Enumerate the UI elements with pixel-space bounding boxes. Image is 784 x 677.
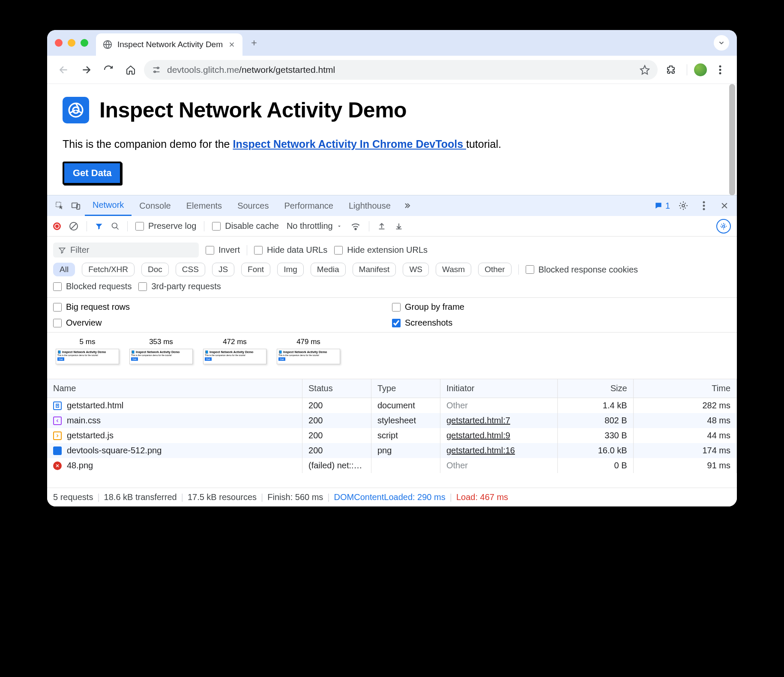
new-tab-button[interactable] xyxy=(248,37,260,48)
throttling-select[interactable]: No throttling xyxy=(287,221,342,231)
search-icon[interactable] xyxy=(111,222,120,231)
screenshot-thumbnail[interactable]: 479 ms📘 Inspect Network Activity DemoThi… xyxy=(277,338,340,364)
screenshot-thumbnail[interactable]: 353 ms📘 Inspect Network Activity DemoThi… xyxy=(129,338,193,364)
column-time[interactable]: Time xyxy=(633,379,736,398)
third-party-checkbox[interactable]: 3rd-party requests xyxy=(138,282,221,291)
filter-chip-ws[interactable]: WS xyxy=(403,263,429,276)
maximize-window-button[interactable] xyxy=(81,39,88,47)
tab-search-button[interactable] xyxy=(714,35,729,51)
svg-point-12 xyxy=(703,201,705,204)
hide-data-urls-checkbox[interactable]: Hide data URLs xyxy=(254,245,327,255)
filter-chip-doc[interactable]: Doc xyxy=(141,263,169,276)
extensions-button[interactable] xyxy=(662,61,680,79)
hide-extension-urls-checkbox[interactable]: Hide extension URLs xyxy=(334,245,428,255)
column-initiator[interactable]: Initiator xyxy=(440,379,557,398)
filter-chip-manifest[interactable]: Manifest xyxy=(353,263,396,276)
record-button[interactable] xyxy=(53,222,61,230)
more-tabs-icon[interactable] xyxy=(400,198,415,213)
filter-chip-fetchxhr[interactable]: Fetch/XHR xyxy=(82,263,135,276)
request-row[interactable]: getstarted.js200scriptgetstarted.html:93… xyxy=(47,428,737,443)
filter-chip-all[interactable]: All xyxy=(53,263,75,276)
site-info-icon[interactable] xyxy=(152,65,161,75)
close-devtools-icon[interactable] xyxy=(717,198,732,213)
page-description: This is the companion demo for the Inspe… xyxy=(63,138,721,150)
invert-checkbox[interactable]: Invert xyxy=(206,245,240,255)
device-mode-icon[interactable] xyxy=(69,198,83,213)
status-finish: Finish: 560 ms xyxy=(267,492,323,502)
browser-tab[interactable]: Inspect Network Activity Dem xyxy=(96,33,242,56)
filter-chip-js[interactable]: JS xyxy=(212,263,234,276)
close-tab-icon[interactable] xyxy=(228,41,236,48)
svg-point-4 xyxy=(719,69,721,71)
filter-chip-other[interactable]: Other xyxy=(478,263,512,276)
chrome-menu-button[interactable] xyxy=(711,61,729,79)
column-status[interactable]: Status xyxy=(302,379,371,398)
page-content: Inspect Network Activity Demo This is th… xyxy=(47,84,737,195)
home-button[interactable] xyxy=(122,61,140,79)
settings-icon[interactable] xyxy=(676,198,691,213)
tutorial-link[interactable]: Inspect Network Activity In Chrome DevTo… xyxy=(233,138,466,150)
import-har-icon[interactable] xyxy=(394,222,404,231)
screenshot-thumbnail[interactable]: 5 ms📘 Inspect Network Activity DemoThis … xyxy=(56,338,119,364)
screenshots-checkbox[interactable]: Screenshots xyxy=(392,318,731,328)
network-status-bar: 5 requests| 18.6 kB transferred| 17.5 kB… xyxy=(47,488,737,506)
svg-point-11 xyxy=(682,204,685,207)
svg-point-1 xyxy=(157,67,159,69)
svg-point-2 xyxy=(154,71,156,72)
reload-button[interactable] xyxy=(99,61,117,79)
devtools-tab-performance[interactable]: Performance xyxy=(277,195,341,216)
column-type[interactable]: Type xyxy=(371,379,440,398)
devtools-tab-console[interactable]: Console xyxy=(132,195,178,216)
disable-cache-checkbox[interactable]: Disable cache xyxy=(212,221,279,231)
devtools-tab-sources[interactable]: Sources xyxy=(230,195,276,216)
close-window-button[interactable] xyxy=(55,39,63,47)
devtools-tabbar: NetworkConsoleElementsSourcesPerformance… xyxy=(47,195,737,216)
inspect-element-icon[interactable] xyxy=(52,198,67,213)
issues-button[interactable]: 1 xyxy=(654,201,670,211)
clear-button[interactable] xyxy=(69,221,79,231)
bookmark-icon[interactable] xyxy=(640,65,650,75)
window-controls xyxy=(55,39,96,47)
devtools-tab-elements[interactable]: Elements xyxy=(179,195,230,216)
filter-chip-media[interactable]: Media xyxy=(311,263,346,276)
forward-button[interactable] xyxy=(77,61,95,79)
request-row[interactable]: main.css200stylesheetgetstarted.html:780… xyxy=(47,413,737,428)
network-settings-icon[interactable] xyxy=(716,219,731,234)
devtools-panel: NetworkConsoleElementsSourcesPerformance… xyxy=(47,195,737,506)
screenshot-thumbnail[interactable]: 472 ms📘 Inspect Network Activity DemoThi… xyxy=(203,338,266,364)
get-data-button[interactable]: Get Data xyxy=(63,162,122,185)
page-logo xyxy=(63,97,89,123)
overview-checkbox[interactable]: Overview xyxy=(53,318,392,328)
content-scrollbar[interactable] xyxy=(729,84,735,195)
profile-avatar[interactable] xyxy=(694,63,707,76)
big-rows-checkbox[interactable]: Big request rows xyxy=(53,302,392,312)
svg-point-14 xyxy=(703,208,705,210)
request-row[interactable]: devtools-square-512.png200pnggetstarted.… xyxy=(47,443,737,458)
blocked-requests-checkbox[interactable]: Blocked requests xyxy=(53,282,132,291)
back-button[interactable] xyxy=(55,61,73,79)
column-size[interactable]: Size xyxy=(557,379,633,398)
filter-chip-wasm[interactable]: Wasm xyxy=(436,263,471,276)
group-by-frame-checkbox[interactable]: Group by frame xyxy=(392,302,731,312)
address-bar[interactable]: devtools.glitch.me/network/getstarted.ht… xyxy=(144,60,658,80)
filter-icon[interactable] xyxy=(95,222,103,231)
minimize-window-button[interactable] xyxy=(68,39,75,47)
status-resources: 17.5 kB resources xyxy=(188,492,257,502)
browser-toolbar: devtools.glitch.me/network/getstarted.ht… xyxy=(47,56,737,84)
filter-chip-css[interactable]: CSS xyxy=(176,263,205,276)
filter-input[interactable]: Filter xyxy=(53,243,199,258)
devtools-tab-network[interactable]: Network xyxy=(85,195,132,216)
network-toolbar: Preserve log Disable cache No throttling xyxy=(47,216,737,237)
svg-point-6 xyxy=(69,103,83,117)
export-har-icon[interactable] xyxy=(377,222,386,231)
network-conditions-icon[interactable] xyxy=(350,221,361,232)
filter-chip-font[interactable]: Font xyxy=(241,263,270,276)
filter-chip-img[interactable]: Img xyxy=(277,263,304,276)
request-row[interactable]: 48.png(failed) net::…Other0 B91 ms xyxy=(47,458,737,473)
devtools-tab-lighthouse[interactable]: Lighthouse xyxy=(341,195,398,216)
column-name[interactable]: Name xyxy=(47,379,302,398)
devtools-menu-icon[interactable] xyxy=(697,198,711,213)
preserve-log-checkbox[interactable]: Preserve log xyxy=(135,221,196,231)
request-row[interactable]: getstarted.html200documentOther1.4 kB282… xyxy=(47,398,737,413)
blocked-cookies-checkbox[interactable]: Blocked response cookies xyxy=(526,265,638,275)
